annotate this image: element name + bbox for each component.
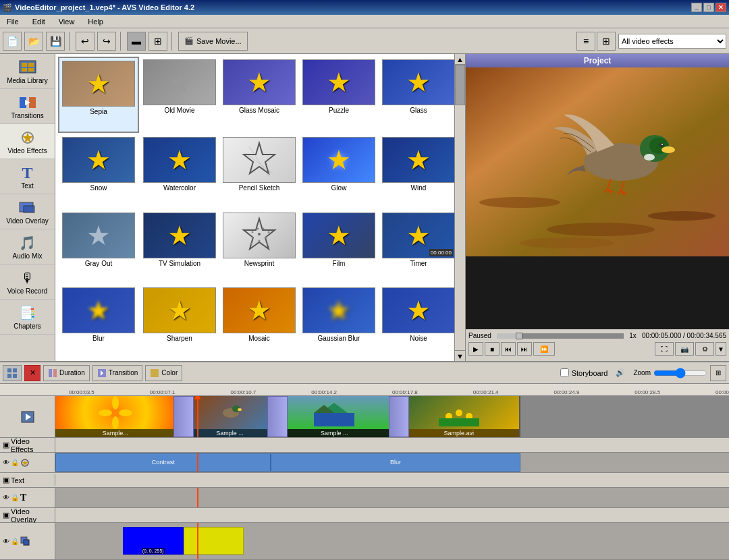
list-view-button[interactable]: ≡ xyxy=(576,32,595,51)
save-movie-button[interactable]: 🎬 Save Movie... xyxy=(178,32,248,51)
menu-view[interactable]: View xyxy=(55,16,79,27)
sidebar-item-media-library[interactable]: Media Library xyxy=(0,54,55,89)
maximize-button[interactable]: □ xyxy=(703,3,714,12)
delete-button[interactable]: ✕ xyxy=(24,365,40,381)
zoom-slider[interactable] xyxy=(653,368,707,379)
overlay-eye-icon[interactable]: 👁 xyxy=(3,538,9,545)
minimize-button[interactable]: _ xyxy=(691,3,702,12)
effect-gaussian-blur[interactable]: ★ Gaussian Blur xyxy=(300,285,378,358)
preview-seek-thumb[interactable] xyxy=(516,333,522,339)
snapshot-button[interactable]: 📷 xyxy=(675,342,694,356)
effect-tv-simulation[interactable]: ★ TV Simulation xyxy=(140,210,219,283)
video-clip-4[interactable]: Sample.avi xyxy=(399,396,520,437)
lock-icon[interactable]: 🔒 xyxy=(11,459,19,466)
sidebar-item-voice-record[interactable]: 🎙 Voice Record xyxy=(0,264,55,300)
sidebar-item-transitions[interactable]: Transitions xyxy=(0,89,55,124)
effect-blur-clip[interactable]: Blur xyxy=(271,453,520,471)
effect-glass-mosaic[interactable]: ★ Glass Mosaic xyxy=(220,57,298,133)
effect-newsprint[interactable]: Newsprint xyxy=(220,210,298,283)
text-track-header[interactable]: ▣ Text xyxy=(0,473,729,488)
effect-watercolor[interactable]: ★ Watercolor xyxy=(140,134,219,208)
overlay-lock-icon[interactable]: 🔒 xyxy=(11,538,19,545)
menu-edit[interactable]: Edit xyxy=(28,16,49,27)
preview-progress-bar[interactable] xyxy=(497,333,624,339)
text-track-content[interactable] xyxy=(55,488,729,507)
eye-icon[interactable]: 👁 xyxy=(3,459,9,466)
video-clip-3[interactable]: Sample ... xyxy=(277,396,392,437)
video-clip-1[interactable]: Sample... xyxy=(55,396,177,437)
video-effects-collapse-btn[interactable]: ▣ Video Effects xyxy=(0,436,55,455)
new-button[interactable]: 📄 xyxy=(3,32,22,51)
video-overlay-track-content[interactable]: (0, 0, 255) xyxy=(55,523,729,559)
transition-1[interactable] xyxy=(173,396,194,437)
effect-film[interactable]: ★ Film xyxy=(300,210,378,283)
transition-2[interactable] xyxy=(267,396,288,437)
sidebar-item-audio-mix[interactable]: 🎵 Audio Mix xyxy=(0,229,55,264)
effect-noise[interactable]: ★ Noise xyxy=(379,285,454,358)
overlay-clip-blue[interactable]: (0, 0, 255) xyxy=(123,527,184,555)
settings-button[interactable]: ⚙ xyxy=(695,342,714,356)
effect-snow[interactable]: ★ Snow xyxy=(58,134,139,208)
storyboard-button[interactable]: Storyboard xyxy=(560,368,608,377)
redo-button[interactable]: ↪ xyxy=(97,32,116,51)
scroll-thumb[interactable] xyxy=(455,65,465,105)
sidebar-item-text[interactable]: T Text xyxy=(0,159,55,194)
grid-view-button[interactable]: ⊞ xyxy=(597,32,616,51)
scroll-down-button[interactable]: ▼ xyxy=(455,350,465,361)
save-button[interactable]: 💾 xyxy=(46,32,65,51)
effect-gray-out[interactable]: ★ Gray Out xyxy=(58,210,139,283)
effects-filter-dropdown[interactable]: All video effects Color effects Blur eff… xyxy=(618,34,726,49)
video-effects-track-content[interactable]: Contrast Blur xyxy=(55,453,729,472)
fit-button[interactable]: ⊞ xyxy=(710,365,726,381)
undo-button[interactable]: ↩ xyxy=(76,32,94,51)
video-track-content[interactable]: Sample... Sample ... xyxy=(55,396,729,437)
fullscreen-button[interactable]: ⛶ xyxy=(655,342,674,356)
ruler-mark-6: 00:00:24.9 xyxy=(554,389,580,395)
text-collapse-btn[interactable]: ▣ Text xyxy=(0,474,55,486)
effect-puzzle[interactable]: ★ Puzzle xyxy=(300,57,378,133)
effect-contrast-clip[interactable]: Contrast xyxy=(55,453,271,471)
close-button[interactable]: ✕ xyxy=(716,3,726,12)
effect-blur[interactable]: ★ Blur xyxy=(58,285,139,358)
scroll-up-button[interactable]: ▲ xyxy=(455,54,465,65)
ruler-mark-1: 00:00:07.1 xyxy=(150,389,176,395)
view-timeline-button[interactable]: ▬ xyxy=(127,32,146,51)
skip-forward-button[interactable]: ⏭ xyxy=(517,342,532,356)
effect-mosaic[interactable]: ★ Mosaic xyxy=(220,285,298,358)
video-overlay-track-header[interactable]: ▣ Video Overlay xyxy=(0,508,729,523)
effects-scrollbar[interactable]: ▲ ▼ xyxy=(454,54,465,361)
transition-button[interactable]: Transition xyxy=(92,365,143,381)
stop-button[interactable]: ■ xyxy=(485,342,500,356)
effect-sharpen[interactable]: ★ Sharpen xyxy=(140,285,219,358)
text-lock-icon[interactable]: 🔒 xyxy=(11,494,19,501)
effect-timer[interactable]: ★ 00:00:00 Timer xyxy=(379,210,454,283)
overlay-collapse-btn[interactable]: ▣ Video Overlay xyxy=(0,506,55,525)
view-storyboard-button[interactable]: ⊞ xyxy=(148,32,167,51)
text-eye-icon[interactable]: 👁 xyxy=(3,494,9,501)
sidebar-item-video-overlay[interactable]: Video Overlay xyxy=(0,194,55,229)
frame-advance-button[interactable]: ⏩ xyxy=(533,342,555,356)
play-button[interactable]: ▶ xyxy=(468,342,483,356)
effect-old-movie[interactable]: ★ Old Movie xyxy=(140,57,219,133)
effect-pencil-sketch[interactable]: Pencil Sketch xyxy=(220,134,298,208)
video-effects-track-header[interactable]: ▣ Video Effects xyxy=(0,438,729,453)
duration-button[interactable]: Duration xyxy=(43,365,90,381)
transition-3[interactable] xyxy=(389,396,409,437)
effect-glow[interactable]: ★ Glow xyxy=(300,134,378,208)
menu-file[interactable]: File xyxy=(3,16,23,27)
sidebar-item-video-effects[interactable]: Video Effects xyxy=(0,124,55,159)
effect-sepia[interactable]: ★ Sepia xyxy=(58,57,139,133)
menu-help[interactable]: Help xyxy=(84,16,107,27)
effect-wind[interactable]: ★ Wind xyxy=(379,134,454,208)
overlay-clip-yellow[interactable] xyxy=(184,527,244,555)
volume-expand-button[interactable]: ▼ xyxy=(716,342,726,356)
storyboard-checkbox[interactable] xyxy=(560,368,569,377)
sidebar-item-chapters[interactable]: 📑 Chapters xyxy=(0,300,55,335)
effect-glass[interactable]: ★ Glass xyxy=(379,57,454,133)
skip-back-button[interactable]: ⏮ xyxy=(501,342,516,356)
video-clip-2[interactable]: Sample ... xyxy=(190,396,271,437)
titlebar-controls[interactable]: _ □ ✕ xyxy=(691,3,726,12)
open-button[interactable]: 📂 xyxy=(24,32,43,51)
timeline-mode-button[interactable] xyxy=(3,365,22,381)
color-button[interactable]: Color xyxy=(145,365,182,381)
